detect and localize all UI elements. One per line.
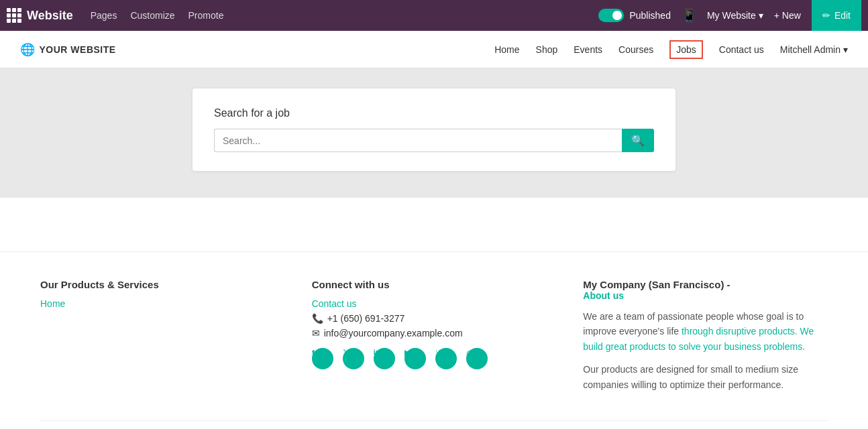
search-card: Search for a job 🔍 [193,88,675,171]
admin-nav: Pages Customize Promote [91,10,224,21]
about-us-link[interactable]: About us [583,290,828,301]
search-heading: Search for a job [214,107,654,119]
nav-pages[interactable]: Pages [91,10,117,21]
my-website-button[interactable]: My Website ▾ [707,10,763,21]
app-name: Website [27,9,73,23]
footer-col-products: Our Products & Services Home [40,279,285,400]
company-desc: We are a team of passionate people whose… [583,309,828,392]
site-logo: 🌐 YOUR WEBSITE [20,42,116,57]
phone-icon: 📞 [312,313,323,324]
nav-jobs[interactable]: Jobs [669,40,703,59]
app-logo-area: Website [7,8,73,23]
nav-contact-us[interactable]: Contact us [719,44,764,55]
published-toggle: Published [598,9,671,22]
nav-home[interactable]: Home [494,44,519,55]
company-heading: My Company (San Francisco) - About us [583,279,828,301]
github-icon[interactable]: ⑂ [435,348,457,369]
youtube-icon[interactable]: ▶ [404,348,426,369]
footer-bottom: Copyright © My Company (San Francisco) E… [40,420,828,429]
footer-col-company: My Company (San Francisco) - About us We… [583,279,828,400]
nav-promote[interactable]: Promote [188,10,224,21]
company-desc-2: Our products are designed for small to m… [583,362,828,392]
nav-events[interactable]: Events [574,44,602,55]
email-item: ✉ info@yourcompany.example.com [312,328,557,339]
hero-section: Search for a job 🔍 [0,68,868,198]
social-icons: f 𝕏 in ▶ ⑂ ◎ [312,348,557,373]
footer: Our Products & Services Home Connect wit… [0,251,868,429]
products-heading: Our Products & Services [40,279,285,290]
search-row: 🔍 [214,129,654,152]
twitter-icon[interactable]: 𝕏 [343,348,364,369]
instagram-icon[interactable]: ◎ [466,348,488,369]
logo-text: YOUR WEBSITE [40,44,116,55]
footer-grid: Our Products & Services Home Connect wit… [40,279,828,400]
connect-heading: Connect with us [312,279,557,290]
admin-bar: Website Pages Customize Promote Publishe… [0,0,868,31]
mobile-preview-icon[interactable]: 📱 [682,8,696,23]
edit-button[interactable]: ✏ Edit [812,0,861,31]
globe-icon: 🌐 [20,42,36,57]
nav-customize[interactable]: Customize [130,10,174,21]
content-area [0,198,868,251]
published-label: Published [629,10,671,21]
chevron-down-icon: ▾ [843,44,848,55]
nav-shop[interactable]: Shop [536,44,558,55]
linkedin-icon[interactable]: in [374,348,395,369]
search-input[interactable] [214,129,622,152]
pencil-icon: ✏ [822,10,830,21]
phone-item: 📞 +1 (650) 691-3277 [312,313,557,324]
grid-icon[interactable] [7,8,21,23]
phone-number: +1 (650) 691-3277 [327,313,405,324]
search-button[interactable]: 🔍 [622,129,654,152]
facebook-icon[interactable]: f [312,348,333,369]
email-address: info@yourcompany.example.com [324,328,463,339]
publish-toggle-switch[interactable] [598,9,624,22]
user-menu-button[interactable]: Mitchell Admin ▾ [780,44,848,55]
nav-courses[interactable]: Courses [618,44,653,55]
footer-col-connect: Connect with us Contact us 📞 +1 (650) 69… [312,279,557,400]
chevron-down-icon: ▾ [759,10,763,21]
footer-link-home[interactable]: Home [40,298,285,309]
company-desc-1: We are a team of passionate people whose… [583,309,828,354]
site-header: 🌐 YOUR WEBSITE Home Shop Events Courses … [0,31,868,68]
footer-contact-link[interactable]: Contact us [312,298,557,309]
new-button[interactable]: + New [774,10,801,21]
email-icon: ✉ [312,328,320,339]
site-nav: Home Shop Events Courses Jobs Contact us… [116,40,848,59]
